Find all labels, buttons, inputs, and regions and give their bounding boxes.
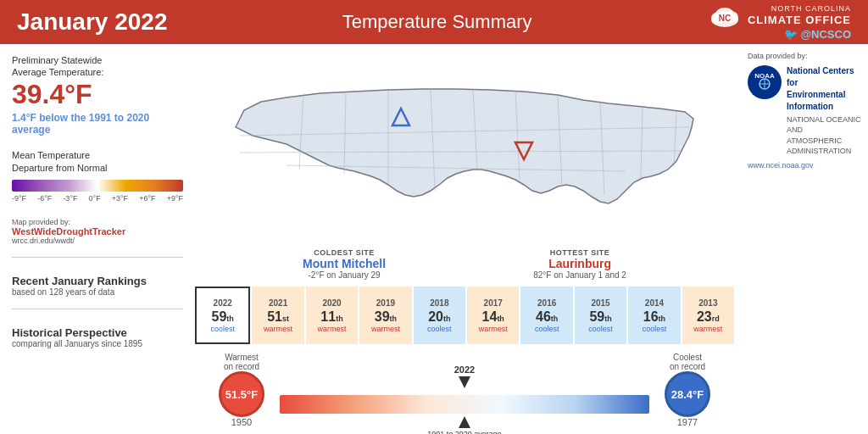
- rank-type: coolest: [588, 325, 613, 333]
- coldest-site-info: COLDEST SITE Mount Mitchell -2°F on Janu…: [303, 248, 386, 280]
- map-credit: Map provided by: WestWideDroughtTracker …: [12, 218, 183, 245]
- rank-year: 2017: [484, 298, 503, 308]
- rankings-subtitle: based on 128 years of data: [12, 287, 183, 297]
- below-amount: 1.4°F: [12, 112, 36, 124]
- ncei-credit: Data provided by: NOAA National Centers …: [748, 51, 861, 171]
- rank-cell-2013: 2013 23rd warmest: [682, 287, 734, 344]
- rank-type: warmest: [693, 325, 722, 333]
- coldest-detail: -2°F on January 29: [303, 270, 386, 280]
- rank-cell-2022: 2022 59th coolest: [195, 287, 250, 344]
- rank-cell-2014: 2014 16th coolest: [628, 287, 680, 344]
- svg-marker-18: [459, 376, 470, 388]
- rankings-title: Recent January Rankings: [12, 275, 183, 287]
- rank-type: warmest: [318, 325, 347, 333]
- rank-number: 20th: [428, 309, 450, 325]
- rank-cell-2016: 2016 46th coolest: [520, 287, 572, 344]
- rank-year: 2021: [269, 298, 287, 308]
- rank-cell-2018: 2018 20th coolest: [414, 287, 465, 344]
- rank-number: 46th: [536, 309, 558, 325]
- rank-cell-2017: 2017 14th warmest: [467, 287, 519, 344]
- historical-gradient-bar-container: 2022 1991 to 2020 average: [280, 364, 649, 415]
- page-subtitle: Temperature Summary: [167, 11, 706, 33]
- warmest-record: Warmest on record 51.5°F 1950: [203, 353, 280, 427]
- svg-marker-19: [459, 416, 470, 428]
- nc-logo: NC NORTH CAROLINA CLIMATE OFFICE: [707, 4, 851, 28]
- ncei-subtitle: NATIONAL OCEANIC ANDATMOSPHERIC ADMINIST…: [787, 114, 861, 157]
- site-labels: COLDEST SITE Mount Mitchell -2°F on Janu…: [195, 248, 734, 280]
- coolest-record-temp: 28.4°F: [665, 371, 710, 417]
- twitter-handle: 🐦 @NCSCO: [784, 28, 851, 41]
- current-year-arrow: [459, 376, 470, 388]
- header: January 2022 Temperature Summary NC NORT…: [0, 0, 868, 44]
- rank-type: coolest: [210, 325, 235, 333]
- rank-number: 23rd: [697, 309, 720, 325]
- rank-type: coolest: [427, 325, 452, 333]
- nc-cloud-icon: NC: [707, 4, 743, 28]
- rank-year: 2020: [322, 298, 341, 308]
- avg-arrow: [459, 416, 470, 428]
- historical-subtitle: comparing all Januarys since 1895: [12, 339, 183, 348]
- legend-labels: -9°F -6°F -3°F 0°F +3°F +6°F +9°F: [12, 194, 183, 203]
- legend-bar: [12, 180, 183, 192]
- rank-number: 59th: [589, 309, 611, 325]
- rank-number: 14th: [482, 309, 504, 325]
- left-panel: Preliminary Statewide Average Temperatur…: [0, 44, 195, 434]
- main-content: Preliminary Statewide Average Temperatur…: [0, 44, 868, 434]
- rank-type: coolest: [535, 325, 559, 333]
- rank-type: warmest: [264, 325, 292, 333]
- rankings-section-label: Recent January Rankings based on 128 yea…: [12, 275, 183, 297]
- rank-year: 2018: [430, 298, 448, 308]
- rank-year: 2022: [214, 298, 232, 308]
- legend-section: Mean Temperature Departure from Normal -…: [12, 149, 183, 203]
- logo-area: NC NORTH CAROLINA CLIMATE OFFICE 🐦 @NCSC…: [707, 4, 851, 41]
- avg-temp-section: Preliminary Statewide Average Temperatur…: [12, 54, 183, 136]
- rank-type: coolest: [643, 325, 667, 333]
- rank-type: warmest: [371, 325, 400, 333]
- rank-number: 51st: [267, 309, 289, 325]
- warmest-record-temp: 51.5°F: [219, 371, 264, 417]
- nc-map-svg: .county { fill: #e8ecf0; stroke: #aab; s…: [219, 51, 710, 237]
- legend-title: Mean Temperature Departure from Normal: [12, 149, 183, 175]
- map-area: .county { fill: #e8ecf0; stroke: #aab; s…: [195, 51, 734, 247]
- right-data-panel: Data provided by: NOAA National Centers …: [741, 44, 868, 434]
- rank-year: 2013: [698, 298, 717, 308]
- center-panel: .county { fill: #e8ecf0; stroke: #aab; s…: [195, 44, 741, 434]
- rank-year: 2014: [645, 298, 664, 308]
- drought-tracker-link[interactable]: WestWideDroughtTracker: [12, 226, 183, 236]
- rank-number: 11th: [320, 309, 342, 325]
- hottest-name: Laurinburg: [533, 257, 626, 270]
- avg-temp-value: 39.4°F: [12, 79, 183, 110]
- svg-text:NC: NC: [719, 14, 731, 23]
- rank-number: 39th: [375, 309, 397, 325]
- hottest-site-info: HOTTEST SITE Laurinburg 82°F on January …: [533, 248, 626, 280]
- coolest-record-label: Coolest on record: [670, 353, 705, 371]
- rank-number: 59th: [212, 309, 234, 325]
- warmest-record-year: 1950: [231, 417, 252, 427]
- historical-section-label: Historical Perspective comparing all Jan…: [12, 326, 183, 348]
- rank-cell-2020: 2020 11th warmest: [306, 287, 358, 344]
- ncei-logo: NOAA: [748, 65, 782, 99]
- drought-tracker-url: wrcc.dri.edu/wwdt/: [12, 236, 183, 245]
- current-year-label: 2022: [280, 364, 649, 375]
- rank-type: warmest: [479, 325, 508, 333]
- hottest-label: HOTTEST SITE: [533, 248, 626, 257]
- nc-map: .county { fill: #e8ecf0; stroke: #aab; s…: [219, 51, 710, 237]
- warmest-record-label: Warmest on record: [224, 353, 259, 371]
- rank-cell-2015: 2015 59th coolest: [575, 287, 626, 344]
- rank-cell-2019: 2019 39th warmest: [359, 287, 411, 344]
- avg-below: 1.4°F below the 1991 to 2020 average: [12, 112, 183, 136]
- avg-temp-label: Preliminary Statewide Average Temperatur…: [12, 54, 183, 79]
- page-title: January 2022: [17, 8, 167, 36]
- rank-year: 2015: [591, 298, 609, 308]
- historical-title: Historical Perspective: [12, 326, 183, 339]
- ncei-url: www.ncei.noaa.gov: [748, 160, 861, 171]
- rank-year: 2016: [537, 298, 556, 308]
- historical-gradient-bar: [280, 395, 649, 414]
- rank-year: 2019: [376, 298, 395, 308]
- avg-label: 1991 to 2020 average: [280, 430, 649, 434]
- hottest-detail: 82°F on January 1 and 2: [533, 270, 626, 280]
- rankings-bar: 2022 59th coolest 2021 51st warmest 2020…: [195, 287, 734, 344]
- logo-text: NORTH CAROLINA CLIMATE OFFICE: [748, 4, 851, 26]
- rank-number: 16th: [643, 309, 665, 325]
- rank-cell-2021: 2021 51st warmest: [252, 287, 303, 344]
